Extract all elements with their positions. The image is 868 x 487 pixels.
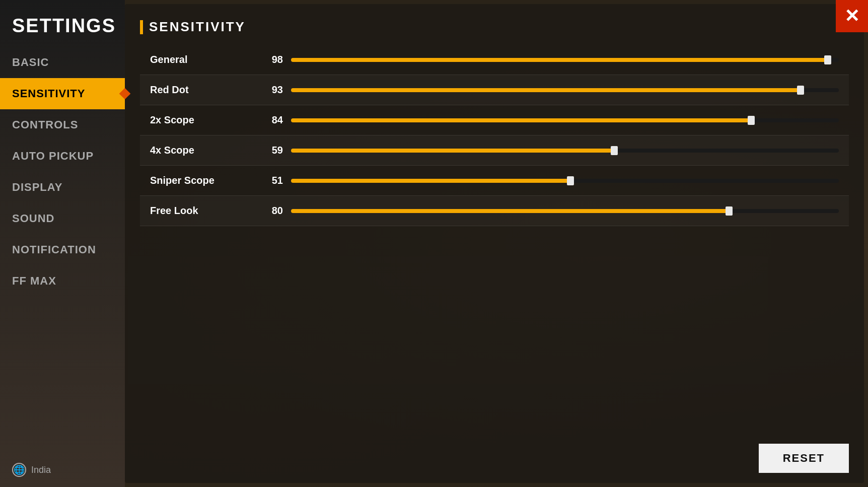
slider-track-1[interactable] bbox=[291, 86, 839, 95]
slider-label-red-dot: Red Dot bbox=[150, 84, 261, 96]
slider-track-0[interactable] bbox=[291, 55, 839, 64]
section-header: SENSITIVITY bbox=[140, 19, 849, 35]
slider-thumb[interactable] bbox=[611, 146, 618, 155]
slider-track-fill bbox=[291, 88, 801, 92]
slider-value-2: 84 bbox=[261, 114, 291, 126]
slider-thumb[interactable] bbox=[824, 55, 831, 64]
globe-icon: 🌐 bbox=[12, 463, 26, 477]
slider-track-4[interactable] bbox=[291, 176, 839, 185]
slider-row: 4x Scope59 bbox=[140, 135, 849, 166]
slider-track-2[interactable] bbox=[291, 116, 839, 125]
close-icon: ✕ bbox=[844, 7, 859, 25]
section-title-bar bbox=[140, 20, 143, 34]
sliders-container: General98Red Dot932x Scope844x Scope59Sn… bbox=[140, 45, 849, 226]
slider-track-fill bbox=[291, 149, 614, 153]
slider-value-1: 93 bbox=[261, 84, 291, 96]
slider-track-5[interactable] bbox=[291, 206, 839, 216]
region-label: India bbox=[31, 465, 51, 475]
close-button[interactable]: ✕ bbox=[836, 0, 868, 32]
slider-row: Red Dot93 bbox=[140, 75, 849, 105]
section-title-text: SENSITIVITY bbox=[149, 19, 246, 35]
sidebar: SETTINGS BASIC SENSITIVITY CONTROLS AUTO… bbox=[0, 0, 125, 487]
slider-value-0: 98 bbox=[261, 54, 291, 65]
sidebar-item-ff-max[interactable]: FF MAX bbox=[0, 265, 125, 297]
settings-title: SETTINGS bbox=[0, 5, 125, 47]
slider-track-fill bbox=[291, 209, 729, 213]
sidebar-footer: 🌐 India bbox=[0, 453, 125, 487]
slider-thumb[interactable] bbox=[726, 206, 733, 216]
sidebar-item-notification[interactable]: NOTIFICATION bbox=[0, 234, 125, 265]
slider-label-general: General bbox=[150, 54, 261, 65]
sidebar-item-basic[interactable]: BASIC bbox=[0, 47, 125, 78]
sidebar-item-display[interactable]: DISPLAY bbox=[0, 172, 125, 203]
slider-label-2x-scope: 2x Scope bbox=[150, 114, 261, 126]
slider-row: 2x Scope84 bbox=[140, 105, 849, 135]
slider-value-3: 59 bbox=[261, 145, 291, 156]
slider-row: Sniper Scope51 bbox=[140, 166, 849, 196]
slider-value-4: 51 bbox=[261, 175, 291, 186]
main-content: SENSITIVITY General98Red Dot932x Scope84… bbox=[125, 4, 864, 483]
sidebar-item-auto-pickup[interactable]: AUTO PICKUP bbox=[0, 141, 125, 172]
sidebar-item-sensitivity[interactable]: SENSITIVITY bbox=[0, 78, 125, 109]
slider-track-fill bbox=[291, 179, 570, 183]
slider-label-4x-scope: 4x Scope bbox=[150, 145, 261, 156]
slider-track-fill bbox=[291, 58, 828, 62]
slider-row: Free Look80 bbox=[140, 196, 849, 226]
sidebar-item-sound[interactable]: SOUND bbox=[0, 203, 125, 234]
slider-track-fill bbox=[291, 118, 751, 122]
reset-button[interactable]: RESET bbox=[759, 444, 849, 473]
slider-label-free-look: Free Look bbox=[150, 205, 261, 217]
sidebar-item-controls[interactable]: CONTROLS bbox=[0, 109, 125, 141]
slider-thumb[interactable] bbox=[797, 86, 804, 95]
slider-row: General98 bbox=[140, 45, 849, 75]
slider-label-sniper-scope: Sniper Scope bbox=[150, 175, 261, 186]
slider-track-3[interactable] bbox=[291, 146, 839, 155]
slider-thumb[interactable] bbox=[567, 176, 574, 185]
slider-thumb[interactable] bbox=[748, 116, 755, 125]
slider-value-5: 80 bbox=[261, 205, 291, 217]
